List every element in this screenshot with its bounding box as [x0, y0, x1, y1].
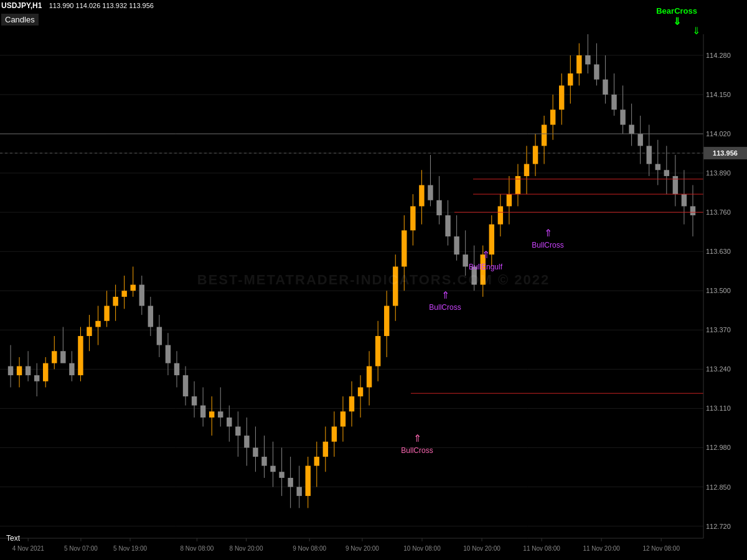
candles-label: Candles [1, 14, 39, 26]
symbol-text: USDJPY,H1 [1, 1, 42, 10]
bear-cross-label: BearCross ⇓ [656, 6, 697, 27]
chart-canvas [0, 0, 747, 560]
symbol-label: USDJPY,H1 113.990 114.026 113.932 113.95… [1, 1, 154, 10]
chart-container: USDJPY,H1 113.990 114.026 113.932 113.95… [0, 0, 747, 560]
bear-cross-arrow: ⇓ [656, 16, 697, 27]
bear-cross-text: BearCross [656, 6, 697, 16]
text-label: Text [6, 534, 20, 543]
ohlc-text: 113.990 114.026 113.932 113.956 [49, 2, 154, 9]
